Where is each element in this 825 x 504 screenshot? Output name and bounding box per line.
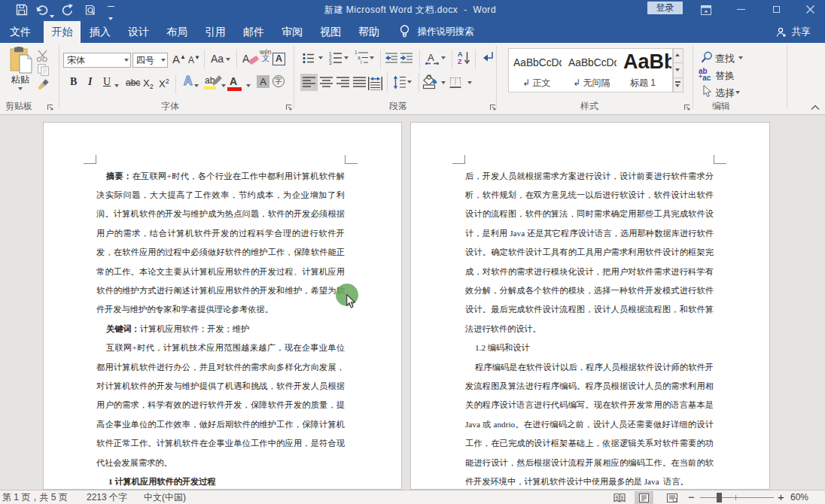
svg-text:A: A bbox=[458, 50, 463, 58]
svg-text:A: A bbox=[428, 52, 434, 63]
svg-text:3: 3 bbox=[329, 60, 332, 65]
svg-text:Z: Z bbox=[458, 58, 462, 65]
svg-text:i: i bbox=[361, 59, 361, 65]
